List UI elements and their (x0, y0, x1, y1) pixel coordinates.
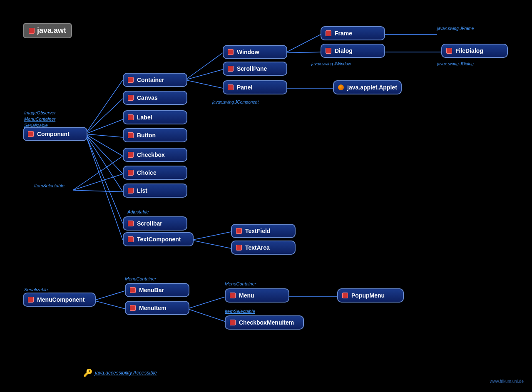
svg-line-1 (85, 99, 123, 134)
panel-node[interactable]: Panel (223, 80, 287, 94)
svg-line-19 (73, 190, 123, 192)
filedialog-node[interactable]: FileDialog (441, 44, 508, 58)
watermark: www.frikum.uni.de (490, 379, 524, 384)
svg-line-7 (85, 134, 123, 223)
checkboxmenuitem-icon (230, 320, 236, 325)
svg-line-11 (185, 80, 223, 88)
textcomponent-node[interactable]: TextComponent (123, 232, 194, 246)
menuitem-icon (130, 305, 136, 311)
scrollbar-node[interactable]: Scrollbar (123, 216, 187, 231)
panel-label: Panel (237, 84, 252, 91)
menucontainer-bar-label[interactable]: MenuContainer (125, 276, 156, 281)
menu-icon (230, 293, 236, 298)
scrollpane-label: ScrollPane (237, 65, 267, 72)
svg-line-2 (85, 119, 123, 134)
scrollpane-icon (228, 66, 234, 72)
menubar-label: MenuBar (139, 287, 164, 293)
menucomponent-node[interactable]: MenuComponent (23, 293, 96, 307)
menucontainer-menu-label[interactable]: MenuContainer (225, 281, 256, 286)
svg-line-3 (85, 134, 123, 137)
menucontainer-label[interactable]: MenuContainer (24, 117, 55, 122)
window-label: Window (237, 49, 259, 55)
svg-line-22 (94, 291, 125, 300)
imageobserver-label[interactable]: ImageObserver (24, 110, 56, 115)
itemselectable-label[interactable]: ItemSelectable (34, 183, 65, 188)
itemselectable-menu-label[interactable]: ItemSelectable (225, 309, 255, 314)
svg-line-5 (85, 134, 123, 174)
serializable-menu-label[interactable]: Serializable (24, 287, 48, 292)
container-icon (128, 77, 134, 83)
component-icon (28, 131, 34, 137)
label-label: Label (137, 114, 152, 121)
textfield-node[interactable]: TextField (231, 224, 296, 238)
button-node[interactable]: Button (123, 128, 187, 142)
checkbox-icon (128, 152, 134, 158)
textcomponent-icon (128, 236, 134, 242)
choice-icon (128, 170, 134, 176)
popupmenu-node[interactable]: PopupMenu (337, 288, 404, 303)
textarea-label: TextArea (245, 244, 270, 251)
checkboxmenuitem-node[interactable]: CheckboxMenuItem (225, 315, 304, 330)
window-icon (228, 49, 234, 55)
list-label: List (137, 187, 147, 194)
accessible-label[interactable]: java.accessibility.Accessible (95, 370, 157, 376)
menucomponent-label: MenuComponent (37, 296, 85, 303)
svg-line-24 (187, 296, 227, 309)
button-label: Button (137, 132, 156, 139)
textarea-node[interactable]: TextArea (231, 241, 296, 255)
applet-icon (338, 84, 344, 90)
menuitem-node[interactable]: MenuItem (125, 301, 189, 315)
panel-icon (228, 84, 234, 90)
adjustable-label[interactable]: Adjustable (127, 209, 149, 214)
menu-node[interactable]: Menu (225, 288, 289, 303)
list-node[interactable]: List (123, 184, 187, 198)
menucomponent-icon (28, 297, 34, 303)
checkbox-node[interactable]: Checkbox (123, 148, 187, 162)
label-node[interactable]: Label (123, 110, 187, 124)
canvas-node[interactable]: Canvas (123, 91, 187, 105)
canvas-label: Canvas (137, 94, 158, 101)
accessible-footer: 🔑 java.accessibility.Accessible (83, 368, 157, 377)
svg-line-9 (185, 53, 223, 80)
svg-line-6 (85, 134, 123, 192)
component-node[interactable]: Component (23, 127, 87, 141)
filedialog-icon (446, 48, 452, 54)
jcomponent-label: javax.swing.JComponent (212, 100, 259, 104)
jframe-label: javax.swing.JFrame (437, 26, 474, 31)
canvas-icon (128, 95, 134, 101)
dialog-icon (326, 48, 331, 54)
textcomponent-label: TextComponent (137, 236, 181, 243)
menubar-node[interactable]: MenuBar (125, 283, 189, 297)
menubar-icon (130, 287, 136, 293)
svg-line-17 (73, 156, 123, 190)
jwindow-label: javax.swing.JWindow (311, 62, 351, 66)
container-node[interactable]: Container (123, 73, 187, 87)
applet-label: java.applet.Applet (347, 84, 397, 91)
svg-line-13 (285, 52, 321, 53)
frame-label: Frame (335, 30, 352, 37)
dialog-node[interactable]: Dialog (321, 44, 385, 58)
menuitem-label: MenuItem (139, 305, 166, 311)
dialog-label: Dialog (335, 47, 353, 54)
popupmenu-label: PopupMenu (351, 292, 385, 299)
svg-line-23 (94, 300, 125, 309)
checkboxmenuitem-label: CheckboxMenuItem (239, 319, 294, 326)
scrollpane-node[interactable]: ScrollPane (223, 62, 287, 76)
choice-node[interactable]: Choice (123, 166, 187, 180)
textfield-icon (236, 228, 242, 234)
applet-node[interactable]: java.applet.Applet (333, 80, 402, 94)
checkbox-label: Checkbox (137, 151, 165, 158)
scrollbar-icon (128, 221, 134, 226)
component-label: Component (37, 131, 70, 137)
popupmenu-icon (342, 293, 348, 298)
svg-line-25 (187, 309, 227, 322)
menu-label: Menu (239, 292, 254, 299)
choice-label: Choice (137, 169, 157, 176)
svg-line-18 (73, 174, 123, 190)
list-icon (128, 188, 134, 194)
frame-node[interactable]: Frame (321, 26, 385, 40)
window-node[interactable]: Window (223, 45, 287, 59)
title-icon (29, 28, 35, 34)
svg-line-0 (85, 80, 123, 134)
label-icon (128, 114, 134, 120)
